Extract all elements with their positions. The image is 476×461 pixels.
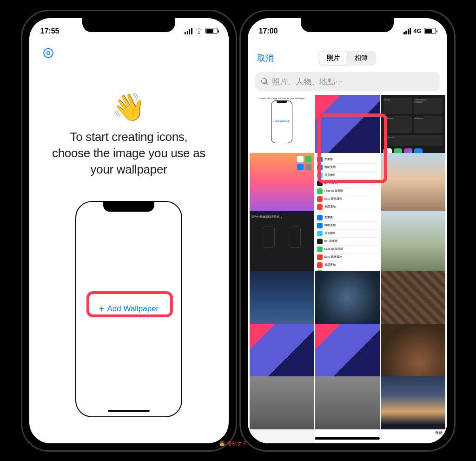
network-label: 4G xyxy=(413,27,421,34)
wave-emoji: 👋 xyxy=(39,94,219,120)
cancel-button[interactable]: 取消 xyxy=(257,53,274,64)
notch xyxy=(301,18,394,32)
settings-row: 暴露通知 xyxy=(317,203,378,211)
search-icon xyxy=(261,78,269,86)
screen-right: 17:00 4G 取消 照片 相簿 照片、人物、地點⋯ xyxy=(248,18,447,443)
photo-thumb-mountain[interactable] xyxy=(381,153,445,218)
settings-row: 輔助使用 xyxy=(317,164,378,172)
settings-row: SOS 緊急服務 xyxy=(317,195,378,203)
welcome-section: 👋 To start creating icons, choose the im… xyxy=(29,94,229,178)
plus-icon: + xyxy=(99,304,105,314)
status-time: 17:00 xyxy=(259,27,278,35)
right-content: 取消 照片 相簿 照片、人物、地點⋯ choose the image you … xyxy=(248,18,447,443)
screen-left: 17:55 👋 To start creating icons, choose … xyxy=(29,18,229,443)
battery-icon xyxy=(205,28,218,34)
welcome-text: To start creating icons, choose the imag… xyxy=(39,129,219,178)
mini-home-indicator xyxy=(108,410,150,412)
svg-point-1 xyxy=(46,51,50,54)
phone-right: 17:00 4G 取消 照片 相簿 照片、人物、地點⋯ xyxy=(239,10,456,452)
photo-picker-sheet: 取消 照片 相簿 照片、人物、地點⋯ choose the image you … xyxy=(250,44,445,443)
settings-row: 主畫面 xyxy=(317,214,378,222)
sheet-header: 取消 照片 相簿 xyxy=(250,44,445,70)
photo-thumb-diagonal-wallpaper[interactable] xyxy=(315,95,380,160)
settings-row: 背景圖片 xyxy=(317,230,378,238)
settings-gear-button[interactable] xyxy=(42,47,229,61)
photo-thumb-settings-list-2[interactable]: 主畫面輔助使用背景圖片Siri 與搜尋Face ID 與密碼SOS 緊急服務暴露… xyxy=(315,211,380,276)
photo-thumb-settings-list[interactable]: 主畫面輔助使用背景圖片Siri 與搜尋Face ID 與密碼SOS 緊急服務暴露… xyxy=(315,153,380,218)
photo-grid: choose the image you use as your wallpap… xyxy=(250,95,445,443)
phone-left: 17:55 👋 To start creating icons, choose … xyxy=(21,10,237,452)
search-placeholder: 照片、人物、地點⋯ xyxy=(272,76,343,87)
mini-notch xyxy=(103,201,154,212)
signal-icon xyxy=(185,28,192,34)
battery-icon xyxy=(424,28,436,34)
settings-row: 輔助使用 xyxy=(317,222,378,230)
tab-photos[interactable]: 照片 xyxy=(319,52,347,65)
settings-row: Siri 與搜尋 xyxy=(317,180,378,187)
notch xyxy=(82,18,175,32)
watermark: 👧 塔科女子 xyxy=(219,440,247,447)
settings-row: 背景圖片 xyxy=(317,172,378,180)
settings-row: Face ID 與密碼 xyxy=(317,187,378,195)
settings-row: SOS 緊急服務 xyxy=(317,254,378,261)
photo-thumb-partial-1[interactable] xyxy=(250,429,314,443)
status-right xyxy=(185,28,218,34)
signal-icon xyxy=(403,28,411,34)
home-indicator xyxy=(315,437,380,440)
left-content: 👋 To start creating icons, choose the im… xyxy=(29,18,229,443)
photo-thumb-app-screenshot[interactable]: choose the image you use as your wallpap… xyxy=(250,95,314,160)
settings-row: 主畫面 xyxy=(317,156,378,164)
photo-thumb-partial-2[interactable] xyxy=(315,429,380,443)
status-time: 17:55 xyxy=(40,27,60,35)
add-wallpaper-button[interactable]: + Add Wallpaper xyxy=(93,300,165,318)
settings-row: 暴露通知 xyxy=(317,261,378,269)
search-input[interactable]: 照片、人物、地點⋯ xyxy=(255,72,440,91)
wifi-icon xyxy=(195,28,203,34)
photo-thumb-mountain-2[interactable] xyxy=(381,211,445,276)
settings-row: Face ID 與密碼 xyxy=(317,246,378,254)
photo-thumb-homescreen-widgets[interactable]: TODAY TOMORROW2020/10/7 No Events No Eve… xyxy=(381,95,445,160)
tiny-phone: + Add Wallpaper xyxy=(271,100,292,143)
segmented-control[interactable]: 照片 相簿 xyxy=(318,51,376,66)
mini-phone-preview: + Add Wallpaper xyxy=(75,201,182,417)
photo-thumb-partial-3[interactable]: 奇蹟 xyxy=(381,429,445,443)
svg-point-0 xyxy=(44,48,53,58)
mini-phone-wrap: + Add Wallpaper xyxy=(29,201,229,417)
add-wallpaper-label: Add Wallpaper xyxy=(107,304,159,314)
photo-thumb-ios-homescreen[interactable] xyxy=(250,153,314,218)
photo-thumb-dark-settings[interactable]: 深色外觀會調暗背景圖片 xyxy=(250,211,314,276)
tab-albums[interactable]: 相簿 xyxy=(347,52,375,65)
status-right: 4G xyxy=(403,27,436,34)
settings-row: Siri 與搜尋 xyxy=(317,238,378,246)
